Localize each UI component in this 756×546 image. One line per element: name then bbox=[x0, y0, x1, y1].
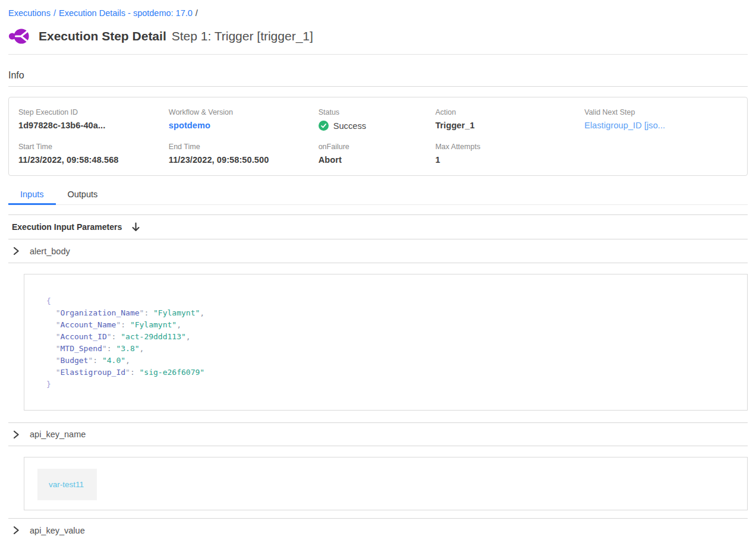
section-api-key-value[interactable]: api_key_value bbox=[8, 518, 748, 542]
field-start-time: Start Time 11/23/2022, 09:58:48.568 bbox=[18, 143, 169, 165]
field-value: Trigger_1 bbox=[435, 121, 584, 130]
chevron-right-icon bbox=[12, 247, 20, 255]
field-label: Step Execution ID bbox=[18, 108, 169, 116]
field-label: Action bbox=[435, 108, 584, 116]
json-viewer: { "Organization_Name": "Fylamynt", "Acco… bbox=[46, 295, 735, 390]
tab-inputs[interactable]: Inputs bbox=[8, 188, 56, 205]
api-key-name-panel: var-test11 bbox=[24, 457, 748, 510]
execution-input-parameters-header: Execution Input Parameters bbox=[8, 214, 748, 239]
collapse-all-arrow-icon[interactable] bbox=[131, 222, 140, 232]
field-label: End Time bbox=[169, 143, 319, 151]
chevron-right-icon bbox=[12, 526, 20, 535]
field-label: Workflow & Version bbox=[169, 108, 319, 116]
page-header: Execution Step DetailStep 1: Trigger [tr… bbox=[8, 27, 748, 55]
breadcrumb-link-execution-details[interactable]: Execution Details - spotdemo: 17.0 bbox=[59, 8, 193, 18]
success-check-icon bbox=[319, 121, 329, 131]
status-badge: Success bbox=[319, 121, 436, 131]
parameters-heading: Execution Input Parameters bbox=[12, 222, 122, 232]
section-name: api_key_name bbox=[30, 430, 86, 439]
section-alert-body[interactable]: alert_body bbox=[8, 239, 748, 263]
inputs-outputs-tabs: Inputs Outputs bbox=[8, 188, 748, 205]
field-value: Abort bbox=[319, 155, 436, 165]
field-action: Action Trigger_1 bbox=[435, 108, 584, 131]
field-label: Valid Next Step bbox=[584, 108, 738, 116]
field-onfailure: onFailure Abort bbox=[319, 143, 436, 165]
tab-outputs[interactable]: Outputs bbox=[56, 188, 110, 205]
valid-next-step-link[interactable]: Elastigroup_ID [jso... bbox=[584, 121, 738, 130]
execution-input-parameters: Execution Input Parameters alert_body { … bbox=[8, 214, 748, 542]
field-label: Max Attempts bbox=[435, 143, 584, 151]
field-value: 1 bbox=[435, 155, 584, 165]
field-value: 1d97828c-13b6-40a... bbox=[18, 121, 169, 130]
execution-step-detail-page: Executions/Execution Details - spotdemo:… bbox=[0, 0, 756, 542]
breadcrumb-trailing-slash: / bbox=[196, 8, 198, 18]
page-subtitle: Step 1: Trigger [trigger_1] bbox=[172, 29, 313, 43]
field-end-time: End Time 11/23/2022, 09:58:50.500 bbox=[169, 143, 319, 165]
field-label: Start Time bbox=[18, 143, 169, 151]
breadcrumb-link-executions[interactable]: Executions bbox=[8, 8, 51, 18]
section-api-key-name[interactable]: api_key_name bbox=[8, 422, 748, 446]
chevron-right-icon bbox=[12, 430, 20, 439]
page-title: Execution Step Detail bbox=[39, 29, 166, 43]
fylamynt-logo-icon bbox=[8, 27, 30, 45]
field-valid-next-step: Valid Next Step Elastigroup_ID [jso... bbox=[584, 108, 738, 131]
alert-body-panel: { "Organization_Name": "Fylamynt", "Acco… bbox=[24, 274, 748, 411]
workflow-link[interactable]: spotdemo bbox=[169, 121, 319, 130]
field-value: 11/23/2022, 09:58:50.500 bbox=[169, 155, 319, 165]
section-name: api_key_value bbox=[30, 526, 85, 535]
info-card: Step Execution ID 1d97828c-13b6-40a... W… bbox=[8, 97, 748, 176]
field-label: Status bbox=[319, 108, 436, 116]
field-label: onFailure bbox=[319, 143, 436, 151]
breadcrumb: Executions/Execution Details - spotdemo:… bbox=[8, 0, 748, 18]
field-status: Status Success bbox=[319, 108, 436, 131]
status-text: Success bbox=[333, 121, 367, 131]
info-section-heading: Info bbox=[8, 70, 748, 87]
field-value: 11/23/2022, 09:58:48.568 bbox=[18, 155, 169, 165]
field-step-execution-id: Step Execution ID 1d97828c-13b6-40a... bbox=[18, 108, 169, 131]
breadcrumb-separator: / bbox=[53, 8, 56, 18]
field-workflow-version: Workflow & Version spotdemo bbox=[169, 108, 319, 131]
api-key-name-value: var-test11 bbox=[37, 469, 97, 500]
section-name: alert_body bbox=[30, 247, 70, 256]
field-max-attempts: Max Attempts 1 bbox=[435, 143, 584, 165]
